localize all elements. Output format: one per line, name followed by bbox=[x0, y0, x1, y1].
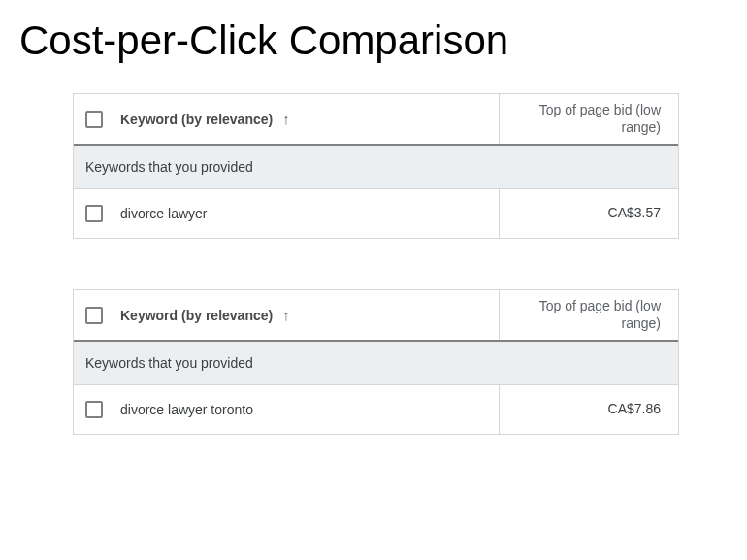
table-header-row: Keyword (by relevance) ↑ Top of page bid… bbox=[74, 94, 678, 146]
keyword-header-text: Keyword (by relevance) bbox=[120, 308, 273, 323]
keyword-cell[interactable]: divorce lawyer bbox=[74, 189, 499, 238]
keyword-header-label: Keyword (by relevance) ↑ bbox=[120, 307, 290, 323]
select-all-checkbox[interactable] bbox=[85, 307, 103, 324]
keyword-header-text: Keyword (by relevance) bbox=[120, 112, 273, 127]
keyword-table: Keyword (by relevance) ↑ Top of page bid… bbox=[73, 289, 679, 435]
section-label-row: Keywords that you provided bbox=[74, 342, 678, 385]
page-title: Cost-per-Click Comparison bbox=[0, 0, 747, 93]
bid-header-text: Top of page bid (low range) bbox=[511, 298, 661, 332]
row-checkbox[interactable] bbox=[85, 205, 103, 222]
table-row: divorce lawyer CA$3.57 bbox=[74, 189, 678, 238]
bid-column-header[interactable]: Top of page bid (low range) bbox=[499, 290, 678, 340]
bid-header-text: Top of page bid (low range) bbox=[511, 102, 661, 136]
keyword-column-header[interactable]: Keyword (by relevance) ↑ bbox=[74, 94, 499, 144]
keyword-cell[interactable]: divorce lawyer toronto bbox=[74, 385, 499, 434]
bid-cell: CA$7.86 bbox=[499, 385, 678, 434]
bid-column-header[interactable]: Top of page bid (low range) bbox=[499, 94, 678, 144]
keyword-table: Keyword (by relevance) ↑ Top of page bid… bbox=[73, 93, 679, 239]
keyword-header-label: Keyword (by relevance) ↑ bbox=[120, 111, 290, 127]
keyword-column-header[interactable]: Keyword (by relevance) ↑ bbox=[74, 290, 499, 340]
table-header-row: Keyword (by relevance) ↑ Top of page bid… bbox=[74, 290, 678, 342]
sort-arrow-up-icon: ↑ bbox=[282, 111, 290, 127]
table-row: divorce lawyer toronto CA$7.86 bbox=[74, 385, 678, 434]
section-label-row: Keywords that you provided bbox=[74, 146, 678, 189]
bid-text: CA$7.86 bbox=[608, 401, 661, 418]
select-all-checkbox[interactable] bbox=[85, 111, 103, 128]
bid-cell: CA$3.57 bbox=[499, 189, 678, 238]
keyword-text: divorce lawyer bbox=[120, 206, 207, 221]
tables-container: Keyword (by relevance) ↑ Top of page bid… bbox=[0, 93, 747, 435]
row-checkbox[interactable] bbox=[85, 401, 103, 418]
keyword-text: divorce lawyer toronto bbox=[120, 402, 253, 417]
bid-text: CA$3.57 bbox=[608, 205, 661, 222]
sort-arrow-up-icon: ↑ bbox=[282, 307, 290, 323]
